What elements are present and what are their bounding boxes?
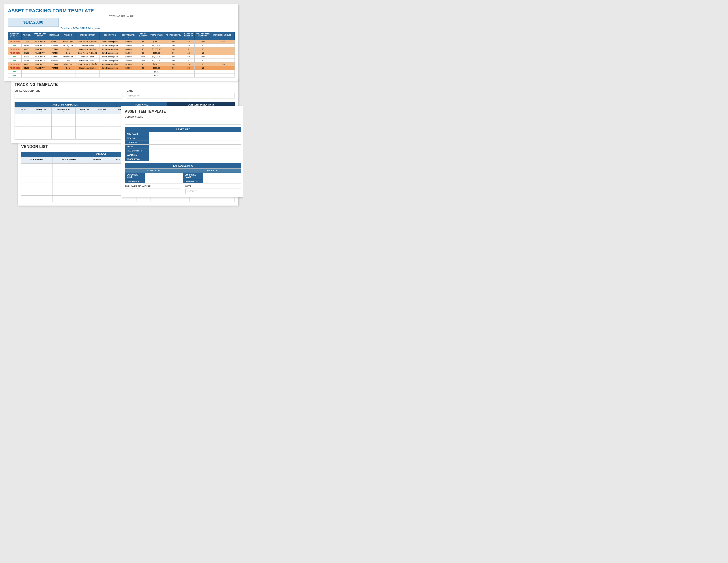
asset-field-label: ITEM NAME [125, 132, 149, 136]
sheet-asset-tracking: ASSET TRACKING FORM TEMPLATE TOTAL ASSET… [4, 4, 238, 81]
asset-field-label: DESCRIPTION [125, 157, 149, 161]
emp-label: EMPLOYEE NAME [125, 173, 145, 179]
th-quantity: QUANTITY▼ [75, 107, 94, 114]
th-vendor-name: VENDOR NAME▼ [21, 157, 53, 164]
date-input[interactable]: MM/DD/YY [127, 93, 235, 98]
sign-row: EMPLOYEE SIGNATURE DATE MM/DD/YY [125, 185, 241, 194]
asset-field-value[interactable] [149, 149, 241, 153]
emp-signature-col: EMPLOYEE SIGNATURE [125, 185, 181, 194]
emp-value[interactable] [145, 179, 183, 183]
col-days: DAYS PERREORDER▼ [183, 32, 194, 40]
total-label: TOTAL ASSET VALUE [8, 15, 235, 18]
th-description: DESCRIPTION▼ [51, 107, 75, 114]
sheet-asset-item: ASSET ITEM TEMPLATE COMPANY NAME ASSET I… [121, 106, 243, 197]
employee-info-header: EMPLOYEE INFO [125, 163, 241, 168]
signature-input[interactable] [15, 93, 122, 98]
asset-field-value[interactable] [149, 132, 241, 136]
emp-date-label: DATE [185, 185, 241, 188]
asset-field-value[interactable] [149, 145, 241, 148]
col-reorder: REORDER(auto-fill)▼ [8, 32, 22, 40]
company-label: COMPANY NAME [125, 116, 241, 118]
asset-field-row: DESCRIPTION [125, 157, 241, 161]
col-total-val: TOTAL VALUE▼ [149, 32, 164, 40]
signature-label: EMPLOYEE SIGNATURE [15, 90, 122, 92]
col-discontinued: ITEM DISCONTINUED?▼ [211, 32, 235, 40]
emp-value2[interactable] [203, 173, 241, 179]
asset-field-row: PRICE [125, 145, 241, 149]
counted-by-header: COUNTED BY [125, 168, 183, 173]
col-reorder-level: REORDER LEVEL▼ [164, 32, 183, 40]
tracking-title: TRACKING TEMPLATE [15, 82, 235, 87]
asset-field-label: MATERIAL [125, 153, 149, 157]
th-web-link: WEB LINK▼ [86, 157, 108, 164]
asset-field-label: PRICE [125, 145, 149, 148]
table-row: REORDER G123 MM/DD/YY ITEM G Weller Corp… [8, 62, 235, 66]
date-col: DATE MM/DD/YY [127, 90, 235, 98]
table-row: REORDER A123 MM/DD/YY ITEM A Weller Corp… [8, 40, 235, 44]
emp-signature-label: EMPLOYEE SIGNATURE [125, 185, 181, 188]
asset-field-label: LOCATION [125, 140, 149, 144]
table-row: REORDER H123 MM/DD/YY ITEM H Cole Baseme… [8, 66, 235, 70]
col-vendor: VENDOR▼ [61, 32, 75, 40]
asset-field-row: ITEM QUANTITY [125, 149, 241, 153]
table-row: OK $0.00 [8, 74, 235, 77]
asset-field-value[interactable] [149, 157, 241, 161]
col-item-name: ITEM NAME▼ [48, 32, 61, 40]
th-item-no: ITEM NO.▼ [15, 107, 31, 114]
table-header-row: REORDER(auto-fill)▼ ITEM NO.▼ DATE OF LA… [8, 32, 235, 40]
asset-field-value[interactable] [149, 140, 241, 144]
table-row: OK B123 MM/DD/YY ITEM B Hickory Ltd. Out… [8, 44, 235, 47]
checked-by-header: CHECKED BY [183, 168, 241, 173]
asset-info-header2: ASSET INFO [125, 127, 241, 132]
asset-field-row: ITEM NAME [125, 132, 241, 136]
th-product-name: PRODUCT NAME▼ [53, 157, 86, 164]
table-row: OK $0.00 [8, 70, 235, 74]
total-note: *Based upon TOTAL VALUE fields, below. [60, 27, 235, 30]
col-reorder-qty: ITEM REORDERQUANTITY▼ [194, 32, 211, 40]
emp-signature-input[interactable] [125, 188, 181, 194]
asset-field-value[interactable] [149, 136, 241, 140]
date-label: DATE [127, 90, 235, 92]
col-location: STOCK LOCATION▼ [75, 32, 100, 40]
table-row: REORDER C123 MM/DD/YY ITEM C Cole Baseme… [8, 47, 235, 51]
col-cost: COST PER ITEM▼ [120, 32, 137, 40]
th-vendor: VENDOR▼ [94, 107, 110, 114]
emp-value[interactable] [145, 173, 183, 179]
emp-label: EMPLOYEE ID [125, 179, 145, 183]
emp-label2: EMPLOYEE ID [183, 179, 203, 183]
emp-value2[interactable] [203, 179, 241, 183]
asset-field-label: ITEM QUANTITY [125, 149, 149, 153]
page-title: ASSET TRACKING FORM TEMPLATE [8, 8, 235, 14]
employee-row: EMPLOYEE NAME EMPLOYEE NAME [125, 173, 241, 179]
employee-info-grid: COUNTED BY CHECKED BY [125, 168, 241, 173]
emp-date-input[interactable]: MM/DD/YY [185, 188, 241, 194]
table-row: OK F123 MM/DD/YY ITEM F Cole Basement, S… [8, 59, 235, 62]
asset-field-row: ITEM NO. [125, 136, 241, 140]
emp-label2: EMPLOYEE NAME [183, 173, 203, 179]
asset-field-value[interactable] [149, 153, 241, 157]
tracking-table: REORDER(auto-fill)▼ ITEM NO.▼ DATE OF LA… [8, 32, 235, 77]
col-item-no: ITEM NO.▼ [21, 32, 32, 40]
total-value: $14,523.00 [8, 18, 59, 27]
col-date: DATE OF LASTORDER▼ [32, 32, 48, 40]
company-input[interactable] [125, 119, 241, 124]
asset-info-header: ASSET INFORMATION [15, 102, 116, 107]
asset-fields-container: ITEM NAME ITEM NO. LOCATION PRICE ITEM Q… [125, 132, 241, 161]
asset-field-row: MATERIAL [125, 153, 241, 157]
employee-fields-container: EMPLOYEE NAME EMPLOYEE NAME EMPLOYEE ID … [125, 173, 241, 183]
table-row: REORDER D123 MM/DD/YY ITEM D Cole Store … [8, 51, 235, 55]
table-row: OK E123 MM/DD/YY ITEM E Hickory Ltd. Out… [8, 55, 235, 59]
asset-item-title: ASSET ITEM TEMPLATE [125, 109, 241, 113]
th-item-name: ITEM NAME▼ [31, 107, 52, 114]
emp-date-col: DATE MM/DD/YY [185, 185, 241, 194]
asset-field-row: LOCATION [125, 140, 241, 145]
col-desc: DESCRIPTION▼ [100, 32, 120, 40]
employee-row: EMPLOYEE ID EMPLOYEE ID [125, 179, 241, 183]
signature-date-row: EMPLOYEE SIGNATURE DATE MM/DD/YY [15, 90, 235, 98]
asset-field-label: ITEM NO. [125, 136, 149, 140]
signature-col: EMPLOYEE SIGNATURE [15, 90, 122, 98]
col-stock-qty: STOCKQUANTITY▼ [137, 32, 149, 40]
